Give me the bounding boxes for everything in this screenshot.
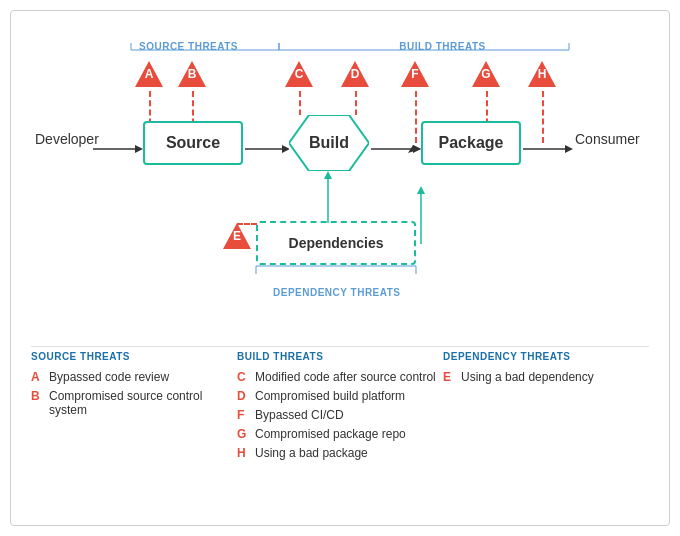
threat-icon-a: A [133,59,165,91]
legend-dep-title: DEPENDENCY THREATS [443,351,649,362]
threat-icon-c: C [283,59,315,91]
arrow-package-consumer [523,142,573,156]
arrow-source-build [245,142,290,156]
legend-letter-g: G [237,427,249,441]
dependencies-box: Dependencies [256,221,416,265]
threat-icon-e: E [221,221,253,253]
threat-icon-g: G [470,59,502,91]
svg-marker-28 [417,186,425,194]
threat-letter-e: E [233,229,241,243]
legend-letter-a: A [31,370,43,384]
legend-letter-f: F [237,408,249,422]
legend-letter-b: B [31,389,43,403]
threat-letter-d: D [351,67,360,81]
package-box: Package [421,121,521,165]
legend-item-b: B Compromised source control system [31,389,237,417]
legend-text-a: Bypassed code review [49,370,169,384]
legend-text-g: Compromised package repo [255,427,406,441]
arrow-dep-package [413,186,473,246]
legend-build-title: BUILD THREATS [237,351,443,362]
legend-build: BUILD THREATS C Modified code after sour… [237,351,443,465]
source-box: Source [143,121,243,165]
dashed-f [415,91,417,143]
legend-text-f: Bypassed CI/CD [255,408,344,422]
diagram-area: SOURCE THREATS BUILD THREATS A B [21,31,659,341]
legend-area: SOURCE THREATS A Bypassed code review B … [31,351,649,465]
legend-source: SOURCE THREATS A Bypassed code review B … [31,351,237,465]
legend-letter-h: H [237,446,249,460]
threat-icon-f: F [399,59,431,91]
threat-letter-a: A [145,67,154,81]
legend-item-a: A Bypassed code review [31,370,237,384]
legend-item-h: H Using a bad package [237,446,443,460]
legend-item-d: D Compromised build platform [237,389,443,403]
threat-letter-b: B [188,67,197,81]
legend-text-c: Modified code after source control [255,370,436,384]
legend-text-h: Using a bad package [255,446,368,460]
dashed-h [542,91,544,143]
svg-marker-21 [413,145,421,153]
legend-text-b: Compromised source control system [49,389,237,417]
build-box: Build [289,115,369,171]
build-bracket [279,37,569,51]
threat-letter-f: F [411,67,418,81]
svg-marker-23 [565,145,573,153]
arrow-build-dep [321,171,335,223]
arrow-build-package [371,142,421,156]
divider [31,346,649,347]
dashed-e-horiz [237,223,257,225]
dep-bracket [256,266,416,288]
legend-source-title: SOURCE THREATS [31,351,237,362]
svg-marker-26 [324,171,332,179]
legend-dependency: DEPENDENCY THREATS E Using a bad depende… [443,351,649,465]
threat-letter-c: C [295,67,304,81]
threat-icon-h: H [526,59,558,91]
arrow-dev-source [93,142,143,156]
threat-letter-h: H [538,67,547,81]
legend-item-g: G Compromised package repo [237,427,443,441]
dep-threats-label: DEPENDENCY THREATS [273,287,401,298]
legend-letter-c: C [237,370,249,384]
legend-text-d: Compromised build platform [255,389,405,403]
consumer-label: Consumer [575,131,640,147]
legend-letter-d: D [237,389,249,403]
main-container: SOURCE THREATS BUILD THREATS A B [10,10,670,526]
svg-marker-15 [135,145,143,153]
developer-label: Developer [35,131,99,147]
threat-icon-b: B [176,59,208,91]
threat-letter-g: G [481,67,490,81]
legend-item-e: E Using a bad dependency [443,370,649,384]
legend-item-c: C Modified code after source control [237,370,443,384]
source-bracket [131,37,279,51]
legend-letter-e: E [443,370,455,384]
legend-item-f: F Bypassed CI/CD [237,408,443,422]
threat-icon-d: D [339,59,371,91]
legend-text-e: Using a bad dependency [461,370,594,384]
